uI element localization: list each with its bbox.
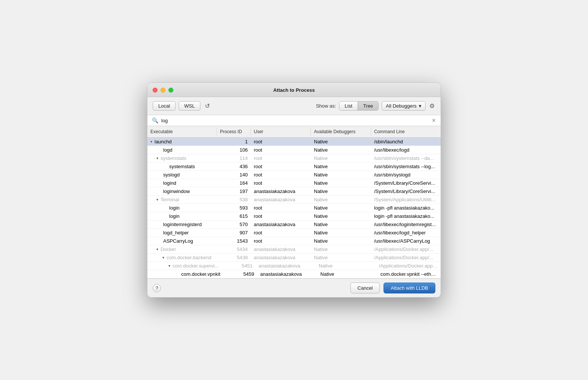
show-as-label: Show as: [316, 103, 336, 109]
table-row[interactable]: login593rootNativelogin -pfl anastasiaka… [147, 204, 441, 212]
titlebar: Attach to Process [147, 83, 441, 97]
executable-name: logind [163, 180, 176, 186]
maximize-button[interactable] [168, 88, 173, 93]
search-input[interactable] [161, 118, 429, 123]
available-debuggers: Native [311, 163, 371, 170]
table-body[interactable]: ▾launchd1rootNative/sbin/launchdlogd106r… [147, 138, 441, 278]
process-id: 5438 [217, 254, 251, 261]
command-line: /usr/libexec/loginitemregist... [371, 220, 441, 228]
process-id: 106 [217, 146, 251, 154]
executable-name: loginwindow [163, 188, 190, 194]
user: anastasiakazakova [251, 254, 311, 261]
command-line: /usr/libexec/ASPCarryLog [371, 237, 441, 245]
chevron-icon[interactable]: ▾ [156, 247, 158, 251]
local-button[interactable]: Local [153, 101, 176, 111]
refresh-icon: ↺ [205, 103, 210, 109]
process-id: 5459 [223, 270, 257, 278]
process-id: 197 [217, 187, 251, 195]
chevron-icon[interactable]: ▾ [156, 156, 158, 160]
clear-search-button[interactable]: ✕ [432, 117, 436, 123]
available-debuggers: Native [311, 229, 371, 237]
executable-name: loginitemregisterd [163, 222, 202, 227]
list-view-button[interactable]: List [339, 102, 358, 110]
chevron-icon[interactable]: ▾ [150, 140, 152, 144]
minimize-button[interactable] [161, 88, 165, 93]
close-button[interactable] [153, 88, 158, 93]
executable-name: ASPCarryLog [163, 238, 193, 244]
available-debuggers: Native [311, 171, 371, 179]
traffic-lights [153, 88, 173, 93]
cancel-button[interactable]: Cancel [350, 283, 380, 293]
user: root [251, 154, 311, 162]
command-line: /usr/libexec/logd [371, 146, 441, 154]
executable-name: logd_helper [163, 230, 189, 236]
wsl-button[interactable]: WSL [179, 101, 200, 111]
command-line: login -pfl anastasiakazako... [371, 212, 441, 220]
user: anastasiakazakova [251, 220, 311, 228]
gear-button[interactable]: ⚙ [429, 102, 435, 110]
executable-name: syslogd [163, 172, 180, 178]
user: root [251, 179, 311, 187]
window-title: Attach to Process [273, 87, 315, 93]
executable-name: login [169, 213, 179, 219]
toolbar: Local WSL ↺ Show as: List Tree All Debug… [147, 97, 441, 115]
available-debuggers: Native [311, 146, 371, 154]
process-id: 5434 [217, 245, 251, 253]
user: anastasiakazakova [251, 245, 311, 253]
table-row[interactable]: ASPCarryLog1543rootNative/usr/libexec/AS… [147, 237, 441, 245]
process-id: 114 [217, 154, 251, 162]
table-row[interactable]: login615rootNativelogin -pfl anastasiaka… [147, 212, 441, 220]
available-debuggers: Native [311, 138, 371, 146]
available-debuggers: Native [317, 270, 377, 278]
table-row[interactable]: logd106rootNative/usr/libexec/logd [147, 146, 441, 154]
process-id: 615 [217, 212, 251, 220]
header-pid: Process ID [217, 128, 251, 136]
user: root [251, 237, 311, 245]
table-row[interactable]: ▾systemstats114rootNative/usr/sbin/syste… [147, 154, 441, 163]
command-line: /System/Library/CoreServi... [371, 187, 441, 195]
user: anastasiakazakova [251, 196, 311, 204]
help-button[interactable]: ? [153, 284, 161, 292]
attach-button[interactable]: Attach with LLDB [383, 283, 435, 293]
table-row[interactable]: ▾Terminal538anastasiakazakovaNative/Syst… [147, 196, 441, 204]
search-bar: 🔍 ✕ [147, 115, 441, 126]
table-row[interactable]: logd_helper907rootNative/usr/libexec/log… [147, 229, 441, 237]
debugger-dropdown[interactable]: All Debuggers ▾ [382, 101, 426, 111]
process-id: 5451 [222, 262, 256, 270]
table-row[interactable]: loginitemregisterd570anastasiakazakovaNa… [147, 220, 441, 229]
command-line: /sbin/launchd [371, 138, 441, 146]
chevron-icon[interactable]: ▾ [156, 198, 158, 202]
executable-name: Terminal [161, 197, 179, 202]
executable-name: com.docker.vpnkit [181, 271, 220, 277]
command-line: /usr/libexec/logd_helper [371, 229, 441, 237]
command-line: /usr/sbin/systemstats --log... [371, 163, 441, 170]
table-row[interactable]: com.docker.vpnkit5459anastasiakazakovaNa… [147, 270, 441, 278]
table-row[interactable]: syslogd140rootNative/usr/sbin/syslogd [147, 171, 441, 179]
refresh-button[interactable]: ↺ [203, 101, 211, 111]
chevron-icon[interactable]: ▾ [162, 255, 164, 260]
process-id: 570 [217, 220, 251, 228]
process-id: 907 [217, 229, 251, 237]
table-row[interactable]: loginwindow197anastasiakazakovaNative/Sy… [147, 187, 441, 196]
available-debuggers: Native [311, 212, 371, 220]
tree-view-button[interactable]: Tree [358, 102, 378, 110]
executable-name: launchd [155, 139, 172, 144]
process-id: 538 [217, 196, 251, 204]
command-line: login -pfl anastasiakazako... [371, 204, 441, 212]
available-debuggers: Native [311, 254, 371, 261]
table-row[interactable]: ▾com.docker.supervi...5451anastasiakazak… [147, 262, 441, 270]
table-row[interactable]: ▾Docker5434anastasiakazakovaNative/Appli… [147, 245, 441, 254]
table-row[interactable]: ▾launchd1rootNative/sbin/launchd [147, 138, 441, 146]
table-row[interactable]: ▾com.docker.backend5438anastasiakazakova… [147, 254, 441, 262]
search-icon: 🔍 [152, 117, 158, 123]
gear-icon: ⚙ [429, 103, 435, 109]
table-row[interactable]: logind164rootNative/System/Library/CoreS… [147, 179, 441, 187]
table-row[interactable]: systemstats436rootNative/usr/sbin/system… [147, 163, 441, 171]
header-cmdline: Command Line [371, 128, 441, 136]
chevron-icon[interactable]: ▾ [168, 264, 170, 268]
user: anastasiakazakova [251, 187, 311, 195]
table-header: Executable Process ID User Available Deb… [147, 126, 441, 138]
available-debuggers: Native [311, 196, 371, 204]
user: anastasiakazakova [257, 270, 317, 278]
header-debuggers: Available Debuggers [311, 128, 371, 136]
